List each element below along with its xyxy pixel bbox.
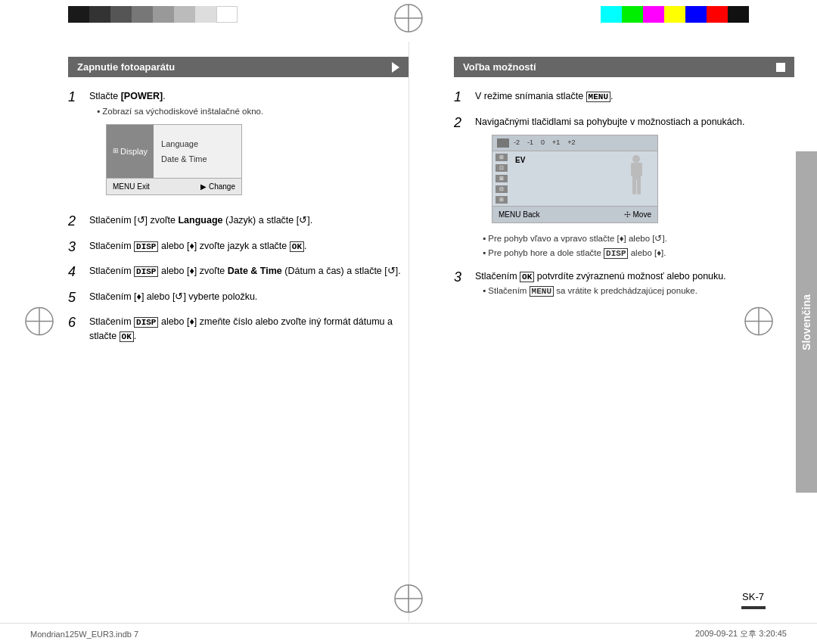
right-step-3: 3 Stlačením OK potvrdíte zvýraznenú možn… xyxy=(454,269,794,298)
right-step-1-number: 1 xyxy=(454,89,471,106)
top-color-bar xyxy=(0,0,817,29)
step-3-number: 3 xyxy=(68,239,85,256)
right-step-3-text: Stlačením OK potvrdíte zvýraznenú možnos… xyxy=(475,269,794,284)
right-panel: Voľba možností 1 V režime snímania stlač… xyxy=(431,42,817,621)
step-6: 6 Stlačením DISP alebo [♦] zmeňte číslo … xyxy=(68,315,408,344)
step-2-content: Stlačením [↺] zvoľte Language (Jazyk) a … xyxy=(89,213,408,228)
left-section-title: Zapnutie fotoaparátu xyxy=(77,61,175,73)
svg-rect-14 xyxy=(631,163,635,176)
ev-icon-5: ⊞ xyxy=(495,196,508,204)
ev-icon-3: ⊠ xyxy=(495,175,508,182)
right-step-2-text: Navigačnými tlačidlami sa pohybujte v mo… xyxy=(475,115,794,129)
svg-rect-15 xyxy=(638,163,642,176)
step-4-content: Stlačením DISP alebo [♦] zvoľte Date & T… xyxy=(89,264,408,278)
right-step-3-number: 3 xyxy=(454,269,471,286)
right-step-1-content: V režime snímania stlačte MENU. xyxy=(475,89,794,104)
right-section-header: Voľba možností xyxy=(454,57,794,77)
ev-icon xyxy=(497,138,509,148)
svg-rect-17 xyxy=(637,178,641,194)
left-section-header: Zapnutie fotoaparátu xyxy=(68,57,408,77)
step-6-content: Stlačením DISP alebo [♦] zmeňte číslo al… xyxy=(89,315,408,344)
ev-body: ⊞ ⊡ ⊠ ⊟ ⊞ EV xyxy=(492,151,657,206)
footer-left: Mondrian125W_EUR3.indb 7 xyxy=(30,630,138,639)
ev-footer-back: MENU Back xyxy=(499,209,539,220)
ev-scale: -2-10+1+2 xyxy=(514,138,576,148)
ev-left-icons: ⊞ ⊡ ⊠ ⊟ ⊞ xyxy=(492,151,511,206)
left-panel: Zapnutie fotoaparátu 1 Stlačte [POWER]. … xyxy=(0,42,431,621)
header-square xyxy=(776,63,785,72)
step-4: 4 Stlačením DISP alebo [♦] zvoľte Date &… xyxy=(68,264,408,281)
page-bar xyxy=(741,606,766,609)
right-step-1-text: V režime snímania stlačte MENU. xyxy=(475,89,794,104)
person-silhouette xyxy=(627,155,646,197)
camera-menu-items: Language Date & Time xyxy=(154,125,215,178)
camera-display-tab: ⊞ Display xyxy=(107,125,154,178)
step-3: 3 Stlačením DISP alebo [♦] zvoľte jazyk … xyxy=(68,239,408,256)
step-6-text: Stlačením DISP alebo [♦] zmeňte číslo al… xyxy=(89,315,408,344)
right-step-3-sub: Stlačením MENU sa vrátite k predchádzajú… xyxy=(475,285,794,298)
camera-footer-left: MENU Exit xyxy=(113,181,150,192)
right-step-2-sub1: Pre pohyb vľavo a vpravo stlačte [♦] ale… xyxy=(475,232,794,245)
grayscale-strip xyxy=(68,6,238,23)
step-1-number: 1 xyxy=(68,89,85,106)
ev-icon-4: ⊟ xyxy=(495,185,508,193)
camera-display-mockup: ⊞ Display Language Date & Time MENU Exit… xyxy=(106,124,242,195)
step-4-text: Stlačením DISP alebo [♦] zvoľte Date & T… xyxy=(89,264,408,278)
right-section-title: Voľba možností xyxy=(463,61,536,73)
ev-icon-1: ⊞ xyxy=(495,154,508,161)
right-step-2: 2 Navigačnými tlačidlami sa pohybujte v … xyxy=(454,115,794,260)
step-5-number: 5 xyxy=(68,290,85,306)
right-step-2-number: 2 xyxy=(454,115,471,132)
crosshair-top xyxy=(392,2,425,37)
step-5: 5 Stlačením [♦] alebo [↺] vyberte položk… xyxy=(68,290,408,306)
ev-footer: MENU Back ☩ Move xyxy=(492,206,657,222)
right-step-3-content: Stlačením OK potvrdíte zvýraznenú možnos… xyxy=(475,269,794,298)
menu-item-language: Language xyxy=(161,138,207,151)
camera-footer-right: ▶ Change xyxy=(200,181,235,192)
menu-item-datetime: Date & Time xyxy=(161,153,207,166)
step-3-text: Stlačením DISP alebo [♦] zvoľte jazyk a … xyxy=(89,239,408,254)
step-1-text: Stlačte [POWER]. xyxy=(89,89,408,104)
svg-point-12 xyxy=(632,155,640,163)
ev-footer-move: ☩ Move xyxy=(624,209,651,220)
ev-display-mockup: -2-10+1+2 ⊞ ⊡ ⊠ ⊟ ⊞ EV xyxy=(492,135,658,223)
main-content: Zapnutie fotoaparátu 1 Stlačte [POWER]. … xyxy=(0,42,817,621)
step-5-content: Stlačením [♦] alebo [↺] vyberte položku. xyxy=(89,290,408,304)
step-4-number: 4 xyxy=(68,264,85,281)
color-strip xyxy=(601,6,749,23)
step-1: 1 Stlačte [POWER]. Zobrazí sa východisko… xyxy=(68,89,408,204)
right-step-2-content: Navigačnými tlačidlami sa pohybujte v mo… xyxy=(475,115,794,260)
right-step-1: 1 V režime snímania stlačte MENU. xyxy=(454,89,794,106)
ev-header: -2-10+1+2 xyxy=(492,135,657,151)
slovak-sidebar: Slovenčina xyxy=(796,151,817,493)
step-1-sub: Zobrazí sa východiskové inštalačné okno. xyxy=(89,105,408,118)
footer-right: 2009-09-21 오후 3:20:45 xyxy=(695,628,787,639)
step-1-content: Stlačte [POWER]. Zobrazí sa východiskové… xyxy=(89,89,408,204)
header-arrow xyxy=(392,62,399,73)
sidebar-label: Slovenčina xyxy=(800,294,812,350)
camera-display-inner: ⊞ Display Language Date & Time xyxy=(107,125,241,178)
page-number: SK-7 xyxy=(742,591,764,602)
camera-footer: MENU Exit ▶ Change xyxy=(107,178,241,194)
step-5-text: Stlačením [♦] alebo [↺] vyberte položku. xyxy=(89,290,408,304)
footer: Mondrian125W_EUR3.indb 7 2009-09-21 오후 3… xyxy=(0,623,817,644)
step-6-number: 6 xyxy=(68,315,85,331)
ev-icon-2: ⊡ xyxy=(495,164,508,172)
step-3-content: Stlačením DISP alebo [♦] zvoľte jazyk a … xyxy=(89,239,408,254)
step-2: 2 Stlačením [↺] zvoľte Language (Jazyk) … xyxy=(68,213,408,230)
step-2-text: Stlačením [↺] zvoľte Language (Jazyk) a … xyxy=(89,213,408,228)
svg-rect-16 xyxy=(632,178,636,194)
step-2-number: 2 xyxy=(68,213,85,230)
right-step-2-sub2: Pre pohyb hore a dole stlačte DISP alebo… xyxy=(475,247,794,260)
ev-label: EV xyxy=(511,151,530,206)
camera-tab-label: Display xyxy=(120,145,148,158)
